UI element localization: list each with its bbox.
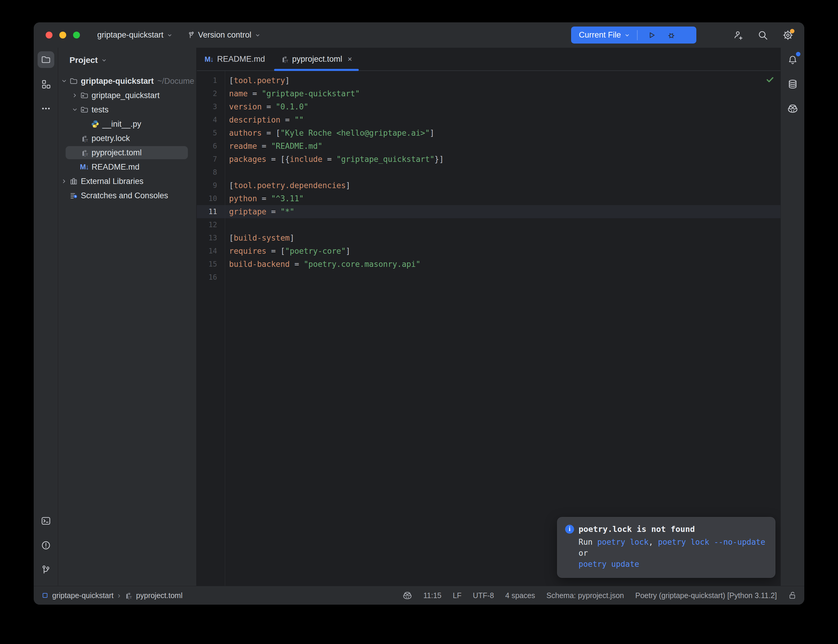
tree-indent xyxy=(71,148,79,157)
toml-icon: [T] xyxy=(80,148,89,157)
close-window-button[interactable] xyxy=(46,31,53,38)
code-line-15[interactable]: 15build-backend = "poetry.core.masonry.a… xyxy=(197,258,780,271)
code-line-5[interactable]: 5authors = ["Kyle Roche <hello@griptape.… xyxy=(197,127,780,140)
tree-item-griptape-quickstart[interactable]: griptape-quickstart~/Docume xyxy=(58,74,196,88)
copilot-icon xyxy=(403,591,412,600)
code-text: [tool.poetry] xyxy=(223,76,290,85)
readonly-toggle[interactable] xyxy=(788,591,797,600)
notifications-button[interactable] xyxy=(784,51,801,68)
more-toolwindows-button[interactable] xyxy=(38,100,54,117)
chevron-right-icon[interactable] xyxy=(60,177,69,186)
code-line-3[interactable]: 3version = "0.1.0" xyxy=(197,100,780,113)
line-number: 12 xyxy=(197,221,223,229)
tab-README.md[interactable]: M↓README.md xyxy=(197,48,273,71)
code-text: build-backend = "poetry.core.masonry.api… xyxy=(223,260,421,269)
status-item-2[interactable]: UTF-8 xyxy=(473,591,494,600)
line-number: 1 xyxy=(197,76,223,85)
project-selector[interactable]: griptape-quickstart xyxy=(97,30,173,39)
python-icon xyxy=(90,120,100,128)
code-line-10[interactable]: 10python = "^3.11" xyxy=(197,192,780,205)
notification-body: Run poetry lock, poetry lock --no-update… xyxy=(578,537,767,570)
notification-link-poetry-lock[interactable]: poetry lock xyxy=(597,537,649,547)
copilot-toolwindow-button[interactable] xyxy=(784,100,801,117)
markdown-file-icon: M↓ xyxy=(205,54,214,64)
code-line-1[interactable]: 1[tool.poetry] xyxy=(197,74,780,87)
breadcrumb-item-griptape-quickstart[interactable]: griptape-quickstart xyxy=(41,591,113,600)
status-item-3[interactable]: 4 spaces xyxy=(505,591,535,600)
structure-toolwindow-button[interactable] xyxy=(38,76,54,92)
code-line-14[interactable]: 14requires = ["poetry-core"] xyxy=(197,245,780,258)
zoom-window-button[interactable] xyxy=(73,31,80,38)
code-editor[interactable]: 1[tool.poetry]2name = "griptape-quicksta… xyxy=(197,71,780,586)
code-text: authors = ["Kyle Roche <hello@griptape.a… xyxy=(223,128,434,138)
tab-label: pyproject.toml xyxy=(292,54,342,64)
svg-text:[T]: [T] xyxy=(84,138,88,142)
search-everywhere-button[interactable] xyxy=(757,30,769,41)
window-controls xyxy=(46,31,80,38)
chevron-down-icon xyxy=(255,32,261,38)
line-number: 7 xyxy=(197,155,223,163)
chevron-down-icon[interactable] xyxy=(71,105,79,114)
code-line-4[interactable]: 4description = "" xyxy=(197,113,780,127)
code-line-11[interactable]: 11griptape = "*" xyxy=(197,205,780,218)
code-line-12[interactable]: 12 xyxy=(197,218,780,232)
code-text: version = "0.1.0" xyxy=(223,102,308,111)
database-toolwindow-button[interactable] xyxy=(784,76,801,92)
run-button[interactable] xyxy=(644,31,659,39)
tree-item-label: griptape-quickstart xyxy=(81,77,154,86)
breadcrumb-item-pyproject.toml[interactable]: [T]pyproject.toml xyxy=(124,591,182,600)
problems-toolwindow-button[interactable] xyxy=(38,537,54,554)
tree-item-poetry.lock[interactable]: [T]poetry.lock xyxy=(58,131,196,146)
code-line-13[interactable]: 13[build-system] xyxy=(197,232,780,245)
settings-button[interactable] xyxy=(782,30,794,41)
status-item-5[interactable]: Poetry (griptape-quickstart) [Python 3.1… xyxy=(635,591,777,600)
git-branch-icon xyxy=(187,31,195,39)
vcs-toolwindow-button[interactable] xyxy=(38,562,54,578)
code-line-6[interactable]: 6readme = "README.md" xyxy=(197,140,780,153)
run-configuration-selector[interactable]: Current File xyxy=(579,30,631,39)
notification-link-poetry-update[interactable]: poetry update xyxy=(578,560,639,568)
tree-item-griptape_quickstart[interactable]: griptape_quickstart xyxy=(58,88,196,103)
project-panel-header[interactable]: Project xyxy=(58,48,196,71)
code-line-2[interactable]: 2name = "griptape-quickstart" xyxy=(197,87,780,100)
status-item-0[interactable]: 11:15 xyxy=(424,591,442,600)
debug-button[interactable] xyxy=(664,31,679,39)
status-bar: griptape-quickstart›[T]pyproject.toml 11… xyxy=(34,586,804,605)
tree-item-__init__.py[interactable]: __init__.py xyxy=(58,117,196,131)
code-line-9[interactable]: 9[tool.poetry.dependencies] xyxy=(197,179,780,192)
code-with-me-button[interactable] xyxy=(732,30,743,41)
status-item-4[interactable]: Schema: pyproject.json xyxy=(546,591,624,600)
run-configuration-label: Current File xyxy=(579,30,621,39)
terminal-toolwindow-button[interactable] xyxy=(38,513,54,529)
close-tab-icon[interactable]: × xyxy=(348,54,352,64)
line-number: 5 xyxy=(197,129,223,137)
code-line-8[interactable]: 8 xyxy=(197,166,780,179)
status-item-1[interactable]: LF xyxy=(453,591,461,600)
tree-item-External Libraries[interactable]: External Libraries xyxy=(58,174,196,189)
tree-item-README.md[interactable]: M↓README.md xyxy=(58,160,196,174)
tree-item-pyproject.toml[interactable]: [T]pyproject.toml xyxy=(58,146,196,160)
toml-icon: [T] xyxy=(80,134,89,143)
tab-pyproject.toml[interactable]: [T]pyproject.toml× xyxy=(273,48,360,71)
project-panel: Project griptape-quickstart~/Documegript… xyxy=(58,48,197,586)
project-toolwindow-button[interactable] xyxy=(38,51,54,68)
minimize-window-button[interactable] xyxy=(59,31,66,38)
tree-item-tests[interactable]: tests xyxy=(58,103,196,117)
line-number: 8 xyxy=(197,168,223,176)
tree-item-Scratches and Consoles[interactable]: Scratches and Consoles xyxy=(58,189,196,203)
code-line-7[interactable]: 7packages = [{include = "griptape_quicks… xyxy=(197,153,780,166)
inspections-ok-indicator[interactable] xyxy=(766,75,774,84)
code-text: python = "^3.11" xyxy=(223,194,304,203)
copilot-status-icon[interactable] xyxy=(403,591,412,600)
breadcrumb: griptape-quickstart›[T]pyproject.toml xyxy=(41,591,182,600)
notification-link-poetry-lock---no-update[interactable]: poetry lock --no-update xyxy=(658,537,765,547)
chevron-down-icon[interactable] xyxy=(60,77,69,85)
tree-item-label: External Libraries xyxy=(81,177,143,186)
line-number: 15 xyxy=(197,260,223,268)
chevron-right-icon[interactable] xyxy=(71,91,79,100)
git-branch-icon xyxy=(41,565,51,575)
bell-icon xyxy=(788,54,798,65)
vcs-widget[interactable]: Version control xyxy=(187,30,261,39)
code-line-16[interactable]: 16 xyxy=(197,271,780,284)
project-selector-label: griptape-quickstart xyxy=(97,30,163,39)
